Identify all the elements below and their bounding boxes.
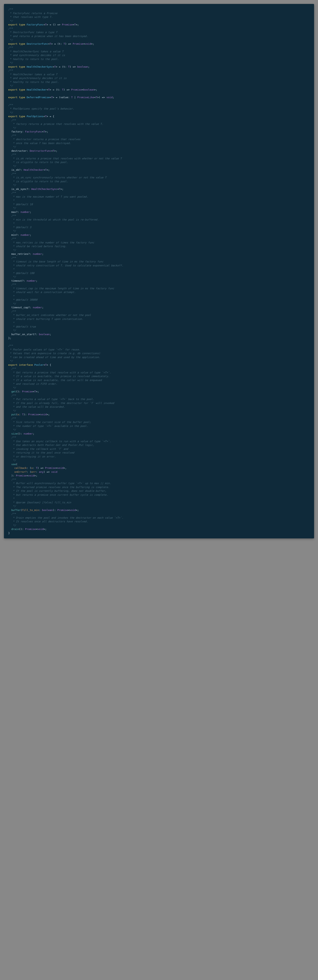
punct: ( — [16, 463, 17, 466]
prop-timeout: timeout? — [11, 279, 24, 282]
comment: * Use abstracts both Pooler.Get and Pool… — [8, 444, 94, 447]
comment: /** — [8, 191, 16, 194]
punct: ): — [24, 413, 28, 416]
comment: * and asynchronously decides if it is — [8, 76, 67, 80]
punct: (): — [16, 390, 22, 393]
comment: * timeout is the base length of time in … — [8, 260, 103, 263]
punct: ) => — [43, 470, 51, 473]
keyword-type: type — [19, 23, 25, 26]
comment: * and resolved in FIFO order. — [8, 382, 57, 385]
comment: * factory returns a promise that resolve… — [8, 123, 103, 126]
punct: >; — [34, 474, 37, 477]
comment: * — [8, 222, 14, 225]
prop-min: min? — [11, 234, 17, 236]
punct: >; — [45, 130, 48, 133]
type-param: T — [49, 42, 51, 45]
punct: >; — [47, 413, 50, 416]
keyword-export: export — [8, 23, 17, 26]
comment: * is_ok returns a promise that resolves … — [8, 157, 122, 160]
type-param: T — [34, 390, 36, 393]
comment: * is eligible to return to the pool. — [8, 161, 68, 164]
comment: /** — [8, 478, 16, 481]
method-size: size — [11, 432, 17, 435]
close-brace: } — [8, 531, 10, 535]
comment: * @default 100 — [8, 272, 34, 275]
punct: : — [39, 509, 42, 512]
type-param: T — [54, 65, 56, 68]
comment: */ — [8, 302, 16, 305]
comment: * buffer_on_start indicates whether or n… — [8, 313, 91, 317]
punct: ; — [33, 432, 34, 435]
comment: * is_ok_sync synchronously returns wheth… — [8, 176, 107, 179]
comment: * and returns a promise when it has been… — [8, 35, 88, 38]
type-name: DeferredPromise — [27, 96, 49, 99]
bool-type: boolean — [42, 509, 53, 512]
comment: */ — [8, 165, 16, 167]
comment: * once the value T has been destroyed. — [8, 142, 71, 145]
comment: */ — [8, 61, 13, 64]
comment: * HealthCheckerSync takes a value T — [8, 50, 64, 53]
method-get: get — [11, 390, 16, 393]
bool-type: boolean — [84, 88, 94, 91]
void-type: void — [85, 42, 91, 45]
type-name: HealthChecker — [27, 88, 47, 91]
type-param: T — [45, 363, 47, 366]
punct: : ( — [27, 466, 31, 469]
comment: */ — [8, 184, 16, 186]
punct: < — [43, 115, 45, 118]
type-param: T — [36, 466, 37, 469]
type-param: T — [59, 188, 60, 191]
comment: * If the pool is already full, the destr… — [8, 402, 114, 404]
comment: * — [8, 321, 14, 324]
comment: * but returns a promise once current buf… — [8, 493, 108, 496]
punct: > = (t: — [51, 42, 64, 45]
return-type: Promise — [73, 42, 84, 45]
punct: : — [17, 234, 21, 236]
punct: : — [36, 333, 39, 336]
prop-type: number — [21, 210, 30, 213]
comment: * Values that are expensive to create (e… — [8, 352, 100, 355]
type-param: T — [68, 65, 70, 68]
comment: * returning it to the pool once resolved — [8, 451, 74, 454]
punct: ) => — [70, 65, 77, 68]
punct: | — [73, 96, 77, 99]
comment: * Size returns the current size of the b… — [8, 421, 91, 423]
punct: : — [28, 188, 31, 191]
comment: * should be retried before failing. — [8, 245, 67, 248]
punct: >; — [94, 88, 97, 91]
comment: * min is the threshold at which the pool… — [8, 218, 99, 221]
return-type: Promise — [45, 466, 56, 469]
type-name: FactoryFunc — [27, 23, 43, 26]
comment: * can be created ahead of time and used … — [8, 356, 100, 359]
comment: /** — [8, 8, 13, 11]
keyword-export: export — [8, 42, 17, 45]
code-editor: /** * FactoryFunc returns a Promise * th… — [4, 4, 314, 538]
punct: < — [49, 96, 51, 99]
comment: * destructor returns a promise that reso… — [8, 138, 80, 141]
punct: < — [56, 466, 57, 469]
comment: /** — [8, 46, 13, 49]
punct: >; — [76, 509, 79, 512]
comment: * and synchronously decides if it is — [8, 54, 65, 57]
punct: : — [17, 210, 21, 213]
punct: : — [30, 253, 33, 255]
punct: ; — [42, 253, 43, 255]
type-name: DestructorFunc — [27, 42, 48, 45]
param: x — [17, 413, 19, 416]
punct: < — [42, 130, 43, 133]
comment: * PoolOptions specify the pool's behavio… — [8, 107, 74, 110]
type-name: HealthCheckerSync — [27, 65, 53, 68]
punct: >, — [64, 466, 67, 469]
punct: ) => — [65, 42, 73, 45]
prop-is-ok-sync: is_ok_sync? — [11, 188, 28, 191]
punct: >; — [47, 169, 50, 171]
comment: * Buffer will asynchronously buffer type… — [8, 482, 111, 485]
punct: (): — [19, 528, 25, 531]
punct: : — [19, 413, 22, 416]
punct: ; — [49, 333, 51, 336]
comment: * is eligible to return to the pool. — [8, 180, 68, 183]
comment: /** — [8, 256, 16, 259]
punct: < — [33, 390, 34, 393]
prop-max: max? — [11, 210, 17, 213]
comment: * the number of type `<T>` available in … — [8, 425, 88, 428]
